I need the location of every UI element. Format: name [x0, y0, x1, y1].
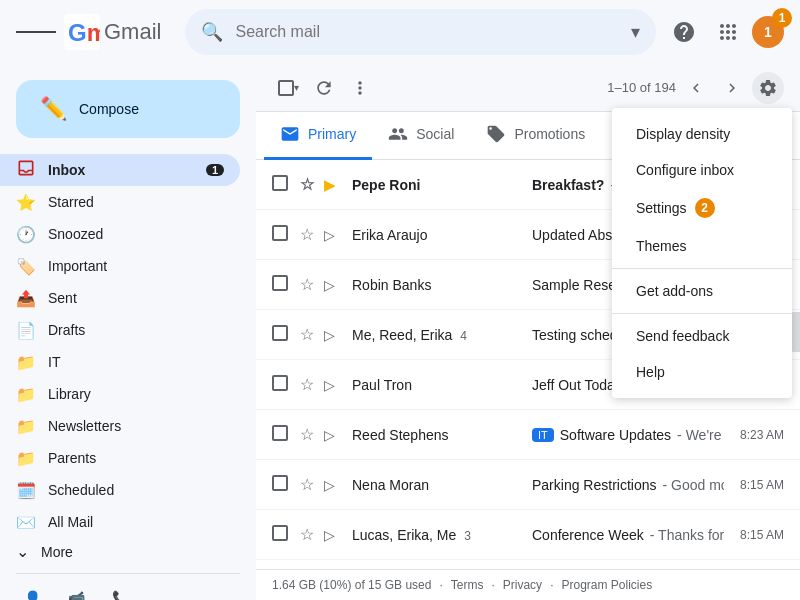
it-icon: 📁	[16, 353, 36, 372]
privacy-link[interactable]: Privacy	[503, 578, 542, 592]
settings-button[interactable]	[752, 72, 784, 104]
dropdown-divider2	[612, 313, 792, 314]
more-item[interactable]: ⌄ More	[0, 538, 256, 565]
apps-button[interactable]	[708, 12, 748, 52]
more-actions-button[interactable]	[344, 72, 376, 104]
sidebar-item-sent[interactable]: 📤 Sent	[0, 282, 240, 314]
svg-text:Gmail: Gmail	[68, 19, 100, 46]
sidebar-item-scheduled[interactable]: 🗓️ Scheduled	[0, 474, 240, 506]
footer-separator: ·	[439, 578, 442, 592]
next-icon	[723, 79, 741, 97]
row-checkbox[interactable]	[272, 425, 292, 444]
star-icon[interactable]: ☆	[300, 425, 320, 444]
search-dropdown-icon[interactable]: ▾	[631, 21, 640, 43]
sidebar-item-snoozed[interactable]: 🕐 Snoozed	[0, 218, 240, 250]
email-count: 4	[460, 329, 467, 343]
help-button[interactable]	[664, 12, 704, 52]
search-icon: 🔍	[201, 21, 223, 43]
sidebar-item-it[interactable]: 📁 IT	[0, 346, 240, 378]
sidebar-item-parents[interactable]: 📁 Parents	[0, 442, 240, 474]
dropdown-help[interactable]: Help	[612, 354, 792, 390]
compose-plus-icon: ✏️	[40, 96, 67, 122]
allmail-label: All Mail	[48, 514, 224, 530]
terms-link[interactable]: Terms	[451, 578, 484, 592]
table-row[interactable]: ☆ ▷ Reed Stephens IT Software Updates - …	[256, 410, 800, 460]
star-icon[interactable]: ☆	[300, 225, 320, 244]
sidebar-item-drafts[interactable]: 📄 Drafts	[0, 314, 240, 346]
sidebar-item-newsletters[interactable]: 📁 Newsletters	[0, 410, 240, 442]
sidebar-item-library[interactable]: 📁 Library	[0, 378, 240, 410]
primary-tab-icon	[280, 124, 300, 144]
tab-primary[interactable]: Primary	[264, 112, 372, 160]
refresh-button[interactable]	[308, 72, 340, 104]
sidebar: ✏️ Compose Inbox 1 ⭐ Starred 🕐 Snoozed 🏷…	[0, 64, 256, 600]
row-checkbox[interactable]	[272, 275, 292, 294]
star-icon[interactable]: ☆	[300, 475, 320, 494]
forward-icon: ▷	[324, 427, 344, 443]
policies-link[interactable]: Program Policies	[561, 578, 652, 592]
table-row[interactable]: ☆ ▷ Erika, Me 2 IT Library Projector Cab…	[256, 560, 800, 569]
footer-sep2: ·	[491, 578, 494, 592]
subject: Parking Restrictions	[532, 477, 657, 493]
tab-promotions-label: Promotions	[514, 126, 585, 142]
row-checkbox[interactable]	[272, 225, 292, 244]
more-vert-icon	[350, 78, 370, 98]
chevron-down-icon: ⌄	[16, 542, 29, 561]
gear-icon	[758, 78, 778, 98]
star-icon[interactable]: ☆	[300, 275, 320, 294]
row-checkbox[interactable]	[272, 325, 292, 344]
tab-social[interactable]: Social	[372, 112, 470, 160]
drafts-label: Drafts	[48, 322, 224, 338]
library-label: Library	[48, 386, 224, 402]
meet-icon[interactable]: 📹	[60, 582, 92, 600]
hamburger-menu[interactable]	[16, 12, 56, 52]
email-toolbar: ▾ 1–10 of 194	[256, 64, 800, 112]
dropdown-display-density[interactable]: Display density	[612, 116, 792, 152]
sender-name: Lucas, Erika, Me 3	[352, 527, 532, 543]
row-checkbox[interactable]	[272, 175, 292, 194]
sent-label: Sent	[48, 290, 224, 306]
email-subject-preview: Conference Week - Thanks for le...	[532, 527, 724, 543]
subject: Software Updates	[560, 427, 671, 443]
sidebar-item-allmail[interactable]: ✉️ All Mail	[0, 506, 240, 538]
select-checkbox	[278, 80, 294, 96]
search-bar[interactable]: 🔍 ▾	[185, 9, 656, 55]
sidebar-item-inbox[interactable]: Inbox 1	[0, 154, 240, 186]
select-all-button[interactable]: ▾	[272, 72, 304, 104]
sender-name: Erika Araujo	[352, 227, 532, 243]
compose-button[interactable]: ✏️ Compose	[16, 80, 240, 138]
dropdown-get-addons[interactable]: Get add-ons	[612, 273, 792, 309]
tag-it: IT	[532, 428, 554, 442]
footer-sep3: ·	[550, 578, 553, 592]
star-icon[interactable]: ☆	[300, 525, 320, 544]
logo-text: Gmail	[104, 19, 161, 45]
email-area: ▾ 1–10 of 194	[256, 64, 800, 600]
sidebar-item-starred[interactable]: ⭐ Starred	[0, 186, 240, 218]
search-input[interactable]	[235, 23, 619, 41]
sidebar-item-important[interactable]: 🏷️ Important	[0, 250, 240, 282]
row-checkbox[interactable]	[272, 475, 292, 494]
contacts-icon[interactable]: 👤	[16, 582, 48, 600]
inbox-label: Inbox	[48, 162, 194, 178]
dropdown-settings[interactable]: Settings 2	[612, 188, 792, 228]
prev-page-button[interactable]	[680, 72, 712, 104]
email-time: 8:23 AM	[724, 428, 784, 442]
table-row[interactable]: ☆ ▷ Lucas, Erika, Me 3 Conference Week -…	[256, 510, 800, 560]
star-icon[interactable]: ☆	[300, 325, 320, 344]
next-page-button[interactable]	[716, 72, 748, 104]
phone-icon[interactable]: 📞	[104, 582, 136, 600]
prev-icon	[687, 79, 705, 97]
chevron-down-small-icon: ▾	[294, 82, 299, 93]
table-row[interactable]: ☆ ▷ Nena Moran Parking Restrictions - Go…	[256, 460, 800, 510]
important-label: Important	[48, 258, 224, 274]
tab-promotions[interactable]: Promotions	[470, 112, 601, 160]
star-icon[interactable]: ☆	[300, 175, 320, 194]
row-checkbox[interactable]	[272, 375, 292, 394]
avatar[interactable]: 1 1	[752, 16, 784, 48]
forward-icon: ▶	[324, 177, 344, 193]
row-checkbox[interactable]	[272, 525, 292, 544]
dropdown-themes[interactable]: Themes	[612, 228, 792, 264]
dropdown-send-feedback[interactable]: Send feedback	[612, 318, 792, 354]
dropdown-configure-inbox[interactable]: Configure inbox	[612, 152, 792, 188]
star-icon[interactable]: ☆	[300, 375, 320, 394]
